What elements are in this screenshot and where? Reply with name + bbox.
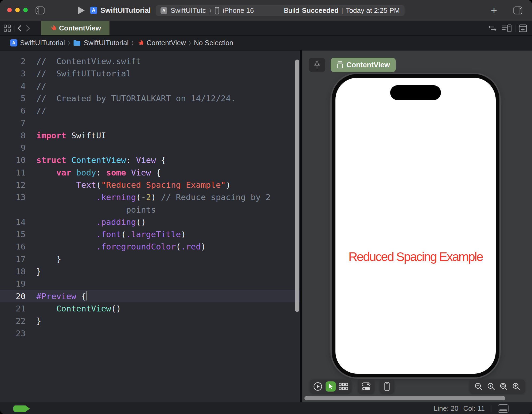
code-line[interactable]: 10struct ContentView: View { — [0, 154, 300, 166]
folder-icon — [73, 40, 81, 46]
pin-preview-button[interactable] — [309, 58, 325, 72]
canvas-icon — [337, 61, 343, 69]
status-bar: Line: 20 Col: 11 — [0, 402, 532, 414]
line-number: 3 — [0, 67, 26, 80]
tab-label: ContentView — [59, 24, 101, 32]
code-line[interactable]: 11 var body: some View { — [0, 166, 300, 179]
preview-device-button[interactable] — [380, 380, 394, 393]
line-number: 16 — [0, 240, 26, 253]
device-settings-button[interactable] — [358, 380, 374, 393]
activity-view[interactable]: BuildSucceeded | Today at 2:25 PM — [284, 6, 400, 15]
preview-target-pill[interactable]: ContentView — [331, 58, 396, 72]
code-text: #Preview { — [26, 290, 87, 302]
iphone-screen[interactable]: Reduced Spacing Example — [335, 78, 496, 374]
navigate-forward-icon[interactable] — [26, 25, 30, 32]
code-line[interactable]: 16 .foregroundColor(.red) — [0, 240, 300, 253]
line-number: 18 — [0, 265, 26, 278]
code-line[interactable]: 2// ContentView.swift — [0, 55, 300, 67]
line-number — [0, 204, 26, 216]
line-number: 9 — [0, 142, 26, 154]
zoom-fit-icon[interactable] — [500, 382, 508, 390]
cursor-col-indicator: Col: 11 — [463, 404, 485, 413]
breadcrumb-label: ContentView — [147, 39, 186, 47]
code-line[interactable]: 13 .kerning(-2) // Reduce spacing by 2 — [0, 191, 300, 203]
code-review-icon[interactable] — [488, 25, 497, 32]
code-line[interactable]: 21 ContentView() — [0, 302, 300, 315]
toolbar: A SwiftUITutorial A SwiftUITutc 〉 iPhone… — [0, 0, 532, 21]
hide-statusbar-icon[interactable] — [498, 404, 508, 413]
code-text: // — [26, 104, 46, 117]
breakpoint-badge[interactable] — [13, 405, 30, 412]
iphone-icon — [215, 7, 219, 14]
code-line[interactable]: 12 Text("Reduced Spacing Example") — [0, 179, 300, 191]
code-text: .font(.largeTitle) — [26, 228, 186, 240]
run-button[interactable] — [78, 6, 85, 15]
minimize-window-button[interactable] — [15, 8, 20, 12]
svg-text:1: 1 — [490, 384, 491, 388]
code-line-current[interactable]: 20#Preview { — [0, 290, 300, 302]
code-line[interactable]: 5// Created by TUTORIALKART on 14/12/24. — [0, 92, 300, 104]
run-destination[interactable]: iPhone 16 — [223, 6, 254, 15]
scheme-selector[interactable]: A SwiftUITutc 〉 iPhone 16 BuildSucceeded… — [156, 5, 405, 16]
code-text: Text("Reduced Spacing Example") — [26, 179, 231, 191]
code-line[interactable]: 19 — [0, 278, 300, 290]
code-line[interactable]: 9 — [0, 142, 300, 154]
close-window-button[interactable] — [7, 8, 12, 12]
build-time: Today at 2:25 PM — [346, 6, 400, 15]
add-editor-icon[interactable] — [519, 24, 527, 32]
zoom-in-icon[interactable] — [512, 382, 520, 390]
build-separator: | — [341, 6, 343, 15]
scheme-name[interactable]: SwiftUITutc — [171, 6, 206, 15]
build-label: Build — [284, 6, 299, 15]
code-line[interactable]: 18} — [0, 265, 300, 278]
breadcrumb-item[interactable]: ContentView — [137, 39, 186, 47]
code-line[interactable]: points — [0, 204, 300, 216]
zoom-out-icon[interactable] — [475, 382, 483, 390]
editor-vertical-scrollbar[interactable] — [295, 60, 299, 312]
code-line[interactable]: 3// SwiftUITutorial — [0, 67, 300, 80]
code-line[interactable]: 23 — [0, 327, 300, 339]
code-line[interactable]: 4// — [0, 80, 300, 92]
adjust-editor-options-icon[interactable] — [502, 24, 512, 32]
code-text: // Created by TUTORIALKART on 14/12/24. — [26, 92, 236, 104]
code-line[interactable]: 6// — [0, 104, 300, 117]
related-items-grid-icon[interactable] — [4, 25, 11, 32]
code-line[interactable]: 17 } — [0, 253, 300, 265]
zoom-100-icon[interactable]: 1 — [487, 382, 495, 390]
code-lines: 2// ContentView.swift3// SwiftUITutorial… — [0, 50, 300, 339]
breadcrumb-item[interactable]: No Selection — [194, 39, 233, 47]
breadcrumb-item[interactable]: SwiftUITutorial — [73, 39, 128, 47]
code-line[interactable]: 22} — [0, 315, 300, 327]
preview-canvas: ContentView Reduced Spacing Example — [302, 50, 532, 402]
line-number: 8 — [0, 129, 26, 142]
variants-grid-icon[interactable] — [339, 383, 348, 390]
line-number: 21 — [0, 302, 26, 315]
source-editor[interactable]: 2// ContentView.swift3// SwiftUITutorial… — [0, 50, 302, 402]
code-line[interactable]: 7 — [0, 117, 300, 129]
code-text: } — [26, 315, 41, 327]
toggle-right-sidebar-icon[interactable] — [513, 6, 522, 14]
text-cursor — [87, 291, 87, 300]
line-number: 17 — [0, 253, 26, 265]
code-line[interactable]: 8import SwiftUI — [0, 129, 300, 142]
swift-icon — [49, 25, 57, 32]
toggle-left-sidebar-icon[interactable] — [36, 6, 45, 14]
pushpin-icon — [313, 60, 321, 69]
library-add-button[interactable]: + — [491, 3, 497, 18]
breadcrumb-item[interactable]: ASwiftUITutorial — [10, 39, 65, 47]
jump-bar: ASwiftUITutorial〉SwiftUITutorial〉Content… — [0, 36, 532, 50]
live-preview-icon[interactable] — [313, 382, 322, 391]
code-text: // — [26, 80, 46, 92]
line-number: 19 — [0, 278, 26, 290]
tab-contentview[interactable]: ContentView — [41, 21, 110, 35]
selectable-mode-button[interactable] — [326, 381, 336, 392]
device-phone-icon — [384, 382, 390, 391]
zoom-window-button[interactable] — [23, 8, 28, 12]
code-text: import SwiftUI — [26, 129, 106, 142]
preview-horizontal-scrollbar[interactable] — [304, 396, 505, 400]
code-line[interactable]: 14 .padding() — [0, 216, 300, 228]
navigate-back-icon[interactable] — [17, 25, 22, 32]
code-line[interactable]: 15 .font(.largeTitle) — [0, 228, 300, 240]
breadcrumb-label: SwiftUITutorial — [20, 39, 65, 47]
iphone-preview-device: Reduced Spacing Example — [332, 74, 499, 377]
